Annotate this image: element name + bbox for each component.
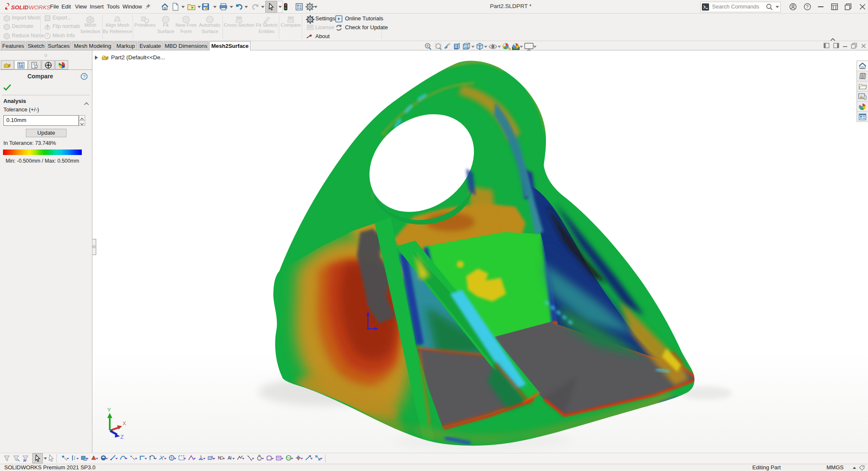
- tab-Surfaces[interactable]: Surfaces: [47, 42, 71, 50]
- tab-MBD Dimensions[interactable]: MBD Dimensions: [164, 42, 209, 50]
- compare-title: Compare: [0, 73, 81, 80]
- svg-text:A: A: [228, 455, 231, 460]
- pm-tab-2[interactable]: [28, 60, 41, 69]
- svg-text:WORKS: WORKS: [29, 4, 50, 11]
- min-max: Min: -0.500mm / Max: 0.500mm: [0, 158, 85, 164]
- solidworks-mesh2surface-compare: SOLIDWORKSFileEditViewInsertToolsWindowP…: [0, 0, 868, 471]
- menu-Insert[interactable]: Insert: [90, 3, 104, 11]
- menu-File[interactable]: File: [50, 3, 59, 11]
- svg-text:?: ?: [83, 74, 86, 79]
- pm-tab-4[interactable]: [55, 60, 68, 69]
- svg-text:?: ?: [806, 4, 809, 9]
- pm-tab-1[interactable]: [14, 60, 28, 69]
- svg-text:Y: Y: [107, 407, 111, 413]
- menu-Tools[interactable]: Tools: [107, 3, 120, 11]
- menu-View[interactable]: View: [75, 3, 87, 11]
- tab-Mesh Modeling[interactable]: Mesh Modeling: [72, 42, 114, 50]
- svg-text:N: N: [218, 455, 221, 460]
- svg-text:X: X: [122, 420, 126, 427]
- tab-Mesh2Surface[interactable]: Mesh2Surface: [209, 41, 250, 50]
- analysis-label: Analysis: [3, 98, 26, 104]
- menu-Window[interactable]: Window: [122, 3, 142, 11]
- pm-tab-3[interactable]: [42, 60, 55, 69]
- bottom-toolbar: NA: [0, 453, 868, 464]
- in-tolerance: In Tolerance: 73.748%: [3, 140, 56, 146]
- ribbon: Import MeshDecimateReduce NoiseExport...…: [0, 14, 868, 41]
- titlebar: SOLIDWORKSFileEditViewInsertToolsWindowP…: [0, 0, 868, 14]
- tab-Markup[interactable]: Markup: [114, 42, 137, 50]
- tab-Features[interactable]: Features: [1, 42, 25, 50]
- color-scale: [3, 150, 82, 155]
- tolerance-input[interactable]: 0.10mm: [3, 115, 79, 126]
- tab-Sketch[interactable]: Sketch: [26, 42, 46, 50]
- svg-text:Z: Z: [120, 434, 124, 440]
- svg-text:SOLID: SOLID: [11, 4, 29, 11]
- update-btn[interactable]: Update: [26, 129, 67, 137]
- model-viewport: Y X Z: [92, 50, 868, 453]
- left-panel: Compare?AnalysisTolerance (+/-)0.10mmUpd…: [0, 50, 97, 453]
- menu-Edit[interactable]: Edit: [61, 3, 71, 11]
- doc-title: Part2.SLDPRT *: [468, 3, 553, 9]
- logo: SOLIDWORKS: [3, 1, 54, 12]
- tab-Evaluate[interactable]: Evaluate: [138, 42, 163, 50]
- status-bar: SOLIDWORKS Premium 2021 SP3.0Editing Par…: [0, 464, 868, 471]
- pm-tab-0[interactable]: [1, 60, 14, 69]
